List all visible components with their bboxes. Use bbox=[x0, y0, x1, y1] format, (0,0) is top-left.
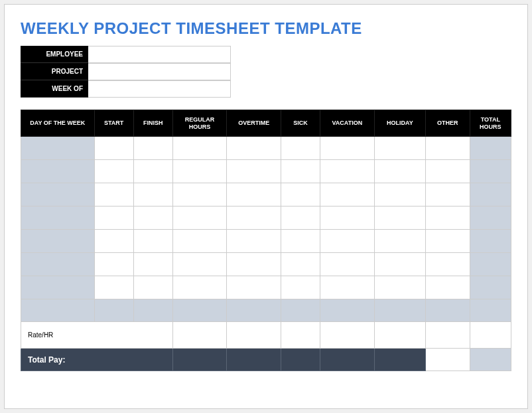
cell-vacation[interactable] bbox=[320, 160, 375, 183]
cell-vacation[interactable] bbox=[320, 137, 375, 160]
col-finish: FINISH bbox=[133, 110, 172, 137]
col-regular-hours: REGULAR HOURS bbox=[172, 110, 227, 137]
cell-other[interactable] bbox=[426, 206, 470, 230]
cell-holiday[interactable] bbox=[374, 253, 425, 276]
cell-vacation[interactable] bbox=[320, 206, 375, 230]
cell-overtime[interactable] bbox=[227, 253, 281, 276]
cell-other[interactable] bbox=[426, 160, 470, 183]
cell-start[interactable] bbox=[94, 137, 133, 160]
rate-label: Rate/HR bbox=[21, 322, 173, 349]
cell-total bbox=[470, 137, 511, 160]
info-row-employee: EMPLOYEE bbox=[21, 46, 511, 63]
cell-other[interactable] bbox=[426, 230, 470, 253]
cell-start[interactable] bbox=[94, 276, 133, 299]
rate-vacation[interactable] bbox=[320, 322, 375, 349]
cell-day[interactable] bbox=[21, 137, 95, 160]
cell-vacation[interactable] bbox=[320, 230, 375, 253]
cell-finish[interactable] bbox=[133, 137, 172, 160]
total-pay-label: Total Pay: bbox=[21, 349, 173, 371]
cell-day[interactable] bbox=[21, 276, 95, 299]
cell-sick[interactable] bbox=[281, 183, 320, 206]
col-sick: SICK bbox=[281, 110, 320, 137]
cell-sick[interactable] bbox=[281, 276, 320, 299]
total-pay-total bbox=[470, 349, 511, 371]
subtotal-vacation bbox=[320, 299, 375, 322]
cell-sick[interactable] bbox=[281, 206, 320, 230]
cell-overtime[interactable] bbox=[227, 276, 281, 299]
cell-finish[interactable] bbox=[133, 206, 172, 230]
cell-vacation[interactable] bbox=[320, 183, 375, 206]
cell-other[interactable] bbox=[426, 276, 470, 299]
cell-overtime[interactable] bbox=[227, 230, 281, 253]
cell-other[interactable] bbox=[426, 137, 470, 160]
subtotal-sick bbox=[281, 299, 320, 322]
cell-regular[interactable] bbox=[172, 253, 227, 276]
project-input[interactable] bbox=[88, 63, 231, 80]
cell-finish[interactable] bbox=[133, 253, 172, 276]
cell-start[interactable] bbox=[94, 160, 133, 183]
cell-start[interactable] bbox=[94, 230, 133, 253]
rate-overtime[interactable] bbox=[227, 322, 281, 349]
cell-vacation[interactable] bbox=[320, 253, 375, 276]
cell-day[interactable] bbox=[21, 253, 95, 276]
col-other: OTHER bbox=[426, 110, 470, 137]
rate-holiday[interactable] bbox=[374, 322, 425, 349]
subtotal-regular bbox=[172, 299, 227, 322]
cell-other[interactable] bbox=[426, 253, 470, 276]
cell-holiday[interactable] bbox=[374, 160, 425, 183]
rate-regular[interactable] bbox=[172, 322, 227, 349]
employee-input[interactable] bbox=[88, 46, 231, 63]
cell-holiday[interactable] bbox=[374, 206, 425, 230]
cell-sick[interactable] bbox=[281, 253, 320, 276]
cell-sick[interactable] bbox=[281, 230, 320, 253]
total-pay-regular bbox=[172, 349, 227, 371]
cell-total bbox=[470, 160, 511, 183]
cell-finish[interactable] bbox=[133, 183, 172, 206]
cell-overtime[interactable] bbox=[227, 137, 281, 160]
cell-regular[interactable] bbox=[172, 230, 227, 253]
table-row bbox=[21, 276, 511, 299]
cell-regular[interactable] bbox=[172, 183, 227, 206]
cell-overtime[interactable] bbox=[227, 183, 281, 206]
page-title: WEEKLY PROJECT TIMESHEET TEMPLATE bbox=[21, 19, 511, 38]
weekof-input[interactable] bbox=[88, 80, 231, 98]
cell-sick[interactable] bbox=[281, 137, 320, 160]
cell-holiday[interactable] bbox=[374, 230, 425, 253]
cell-regular[interactable] bbox=[172, 276, 227, 299]
cell-sick[interactable] bbox=[281, 160, 320, 183]
cell-holiday[interactable] bbox=[374, 137, 425, 160]
cell-finish[interactable] bbox=[133, 160, 172, 183]
cell-holiday[interactable] bbox=[374, 183, 425, 206]
subtotal-total bbox=[470, 299, 511, 322]
cell-holiday[interactable] bbox=[374, 276, 425, 299]
cell-overtime[interactable] bbox=[227, 206, 281, 230]
rate-sick[interactable] bbox=[281, 322, 320, 349]
cell-day[interactable] bbox=[21, 183, 95, 206]
subtotal-row bbox=[21, 299, 511, 322]
cell-start[interactable] bbox=[94, 206, 133, 230]
cell-overtime[interactable] bbox=[227, 160, 281, 183]
cell-day[interactable] bbox=[21, 230, 95, 253]
cell-finish[interactable] bbox=[133, 276, 172, 299]
project-label: PROJECT bbox=[21, 63, 88, 80]
cell-regular[interactable] bbox=[172, 206, 227, 230]
weekof-label: WEEK OF bbox=[21, 80, 88, 98]
cell-regular[interactable] bbox=[172, 160, 227, 183]
cell-finish[interactable] bbox=[133, 230, 172, 253]
employee-label: EMPLOYEE bbox=[21, 46, 88, 63]
cell-start[interactable] bbox=[94, 253, 133, 276]
table-header-row: DAY OF THE WEEK START FINISH REGULAR HOU… bbox=[21, 110, 511, 137]
cell-start[interactable] bbox=[94, 183, 133, 206]
cell-day[interactable] bbox=[21, 206, 95, 230]
col-overtime: OVERTIME bbox=[227, 110, 281, 137]
rate-other[interactable] bbox=[426, 322, 470, 349]
rate-total bbox=[470, 322, 511, 349]
cell-day[interactable] bbox=[21, 160, 95, 183]
subtotal-other bbox=[426, 299, 470, 322]
cell-vacation[interactable] bbox=[320, 276, 375, 299]
cell-total bbox=[470, 230, 511, 253]
cell-regular[interactable] bbox=[172, 137, 227, 160]
subtotal-finish bbox=[133, 299, 172, 322]
table-row bbox=[21, 253, 511, 276]
cell-other[interactable] bbox=[426, 183, 470, 206]
